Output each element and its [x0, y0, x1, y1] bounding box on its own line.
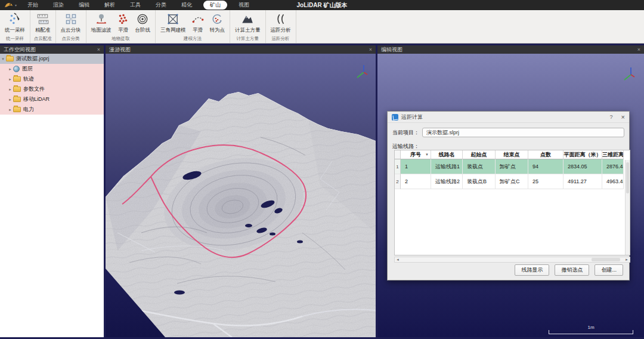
menu-item-analyze[interactable]: 解析 — [101, 1, 119, 10]
cell-end-point[interactable]: 卸矿点C — [496, 174, 528, 189]
ribbon-group-volume: 计算土方量 计算土方量 — [230, 10, 266, 43]
tree-item-label: 轨迹 — [23, 75, 34, 83]
menu-item-refine[interactable]: 精化 — [178, 1, 196, 10]
expander-icon[interactable]: ▸ — [7, 67, 13, 72]
dialog-route-icon — [392, 114, 398, 121]
earthwork-volume-icon — [240, 12, 255, 26]
cell-planar-distance[interactable]: 2834.05 — [564, 159, 602, 174]
menu-item-classify[interactable]: 分类 — [152, 1, 170, 10]
menu-bar: ▾ 开始 渲染 编辑 解析 工具 分类 精化 矿山 视图 JoLiDAR 矿山版… — [0, 0, 644, 10]
workspace-close-icon[interactable]: × — [97, 47, 100, 53]
terrain-render — [106, 54, 376, 337]
dialog-close-icon[interactable]: × — [621, 114, 625, 121]
tin-modeling-button[interactable]: 三角网建模 — [158, 11, 188, 35]
cell-index[interactable]: 2 — [401, 174, 431, 189]
haul-analysis-button[interactable]: 运距分析 — [268, 11, 293, 35]
ground-filter-label: 地面滤波 — [91, 27, 112, 34]
tree-item-trajectory[interactable]: ▸ 轨迹 — [0, 74, 104, 84]
cell-start-point[interactable]: 装载点B — [463, 174, 496, 189]
table-horizontal-scrollbar[interactable]: ◄ ► — [394, 257, 630, 263]
roam-close-icon[interactable]: × — [369, 47, 372, 53]
col-header-start-point[interactable]: 起始点 — [463, 150, 496, 159]
table-vertical-scrollbar[interactable] — [625, 160, 630, 255]
earthwork-volume-button[interactable]: 计算土方量 — [233, 11, 263, 35]
col-header-point-count[interactable]: 点数 — [528, 150, 564, 159]
cell-point-count[interactable]: 25 — [528, 174, 564, 189]
row-header-cell[interactable]: 1 — [395, 159, 401, 174]
table-row[interactable]: 2 2 运输线路2 装载点B 卸矿点C 25 4911.27 4963.48 — [395, 174, 630, 189]
logo-dropdown-caret[interactable]: ▾ — [15, 3, 17, 7]
expander-icon[interactable]: ▸ — [7, 77, 13, 82]
expander-icon[interactable]: ▸ — [7, 87, 13, 92]
tree-item-parameter-files[interactable]: ▸ 参数文件 — [0, 84, 104, 94]
to-points-button[interactable]: 转为点 — [208, 11, 228, 35]
ribbon-group-registration: 精配准 点云配准 — [30, 10, 56, 43]
row-header-cell[interactable]: 2 — [395, 174, 401, 189]
create-button[interactable]: 创建... — [595, 264, 623, 276]
cell-3d-distance[interactable]: 2876.44 — [602, 159, 624, 174]
scrollbar-thumb[interactable] — [626, 162, 629, 193]
menu-item-mine[interactable]: 矿山 — [203, 1, 227, 10]
ground-filter-button[interactable]: 地面滤波 — [89, 11, 114, 35]
cell-index[interactable]: 1 — [401, 159, 431, 174]
current-project-label: 当前项目： — [392, 129, 419, 137]
edit-panel-header: 编辑视图 × — [377, 45, 644, 54]
undo-selection-button[interactable]: 撤销选点 — [555, 264, 589, 276]
workspace-panel: 工作空间视图 × ▾ 测试数据.joprj ▸ 图层 ▸ 轨迹 ▸ 参数文件 ▸… — [0, 45, 104, 337]
col-header-3d-distance[interactable]: 三维距离（米） — [602, 150, 624, 159]
cell-route-name[interactable]: 运输线路1 — [431, 159, 463, 174]
tree-item-power[interactable]: ▸ 电力 — [0, 104, 104, 115]
ribbon-group-extraction: 地面滤波 平滑 台阶线 地物提取 — [86, 10, 156, 43]
edit-viewport[interactable]: 1m 运距计算 ? × 当前项目： 运输线路： 序号▼ 线路名 起 — [377, 54, 644, 337]
scroll-right-arrow-icon[interactable]: ► — [624, 257, 630, 262]
smooth-points-button[interactable]: 平滑 — [114, 11, 133, 35]
edit-panel: 编辑视图 × 1m 运距计算 ? × 当前项目： 运输线路： — [377, 45, 644, 337]
cloud-tiling-button[interactable]: 点云分块 — [58, 11, 83, 35]
scroll-left-arrow-icon[interactable]: ◄ — [395, 257, 401, 262]
routes-table: 序号▼ 线路名 起始点 结束点 点数 平面距离（米） 三维距离（米） 1 1 运… — [394, 150, 630, 255]
smooth-curve-icon — [191, 12, 205, 26]
roam-panel: 漫游视图 × — [106, 45, 376, 337]
bench-line-button[interactable]: 台阶线 — [133, 11, 153, 35]
col-header-index[interactable]: 序号▼ — [401, 150, 431, 159]
cell-route-name[interactable]: 运输线路2 — [431, 174, 463, 189]
ribbon-group-haul: 运距分析 运距分析 — [266, 10, 296, 43]
tree-item-mobile-lidar[interactable]: ▸ 移动LiDAR — [0, 94, 104, 104]
menu-item-start[interactable]: 开始 — [24, 1, 42, 10]
dialog-help-icon[interactable]: ? — [610, 114, 621, 120]
axis-gizmo-icon[interactable] — [623, 66, 639, 82]
expander-icon[interactable]: ▸ — [7, 97, 13, 102]
table-row[interactable]: 1 1 运输线路1 装载点 卸矿点 94 2834.05 2876.44 — [395, 159, 630, 174]
tree-item-project-root[interactable]: ▾ 测试数据.joprj — [0, 54, 104, 64]
current-project-input[interactable] — [422, 128, 624, 137]
dialog-titlebar[interactable]: 运距计算 ? × — [388, 112, 629, 123]
cell-planar-distance[interactable]: 4911.27 — [564, 174, 602, 189]
expander-icon[interactable]: ▾ — [0, 57, 6, 61]
haul-distance-dialog: 运距计算 ? × 当前项目： 运输线路： 序号▼ 线路名 起始点 结束点 点数 … — [387, 111, 630, 281]
cell-start-point[interactable]: 装载点 — [463, 159, 496, 174]
scrollbar-thumb[interactable] — [592, 258, 620, 261]
fine-registration-button[interactable]: 精配准 — [33, 11, 53, 35]
ribbon-toolbar: 统一采样 统一采样 精配准 点云配准 点云分块 点云分类 — [0, 10, 644, 44]
edit-close-icon[interactable]: × — [637, 47, 640, 53]
col-header-end-point[interactable]: 结束点 — [496, 150, 528, 159]
app-logo[interactable] — [4, 1, 14, 9]
smooth-curve-button[interactable]: 平滑 — [188, 11, 208, 35]
roam-viewport[interactable] — [106, 54, 376, 337]
tree-item-layers[interactable]: ▸ 图层 — [0, 64, 104, 74]
expander-icon[interactable]: ▸ — [7, 107, 13, 112]
tin-modeling-label: 三角网建模 — [160, 27, 186, 34]
route-display-button[interactable]: 线路显示 — [515, 264, 549, 276]
cell-end-point[interactable]: 卸矿点 — [496, 159, 528, 174]
cell-point-count[interactable]: 94 — [528, 159, 564, 174]
cell-3d-distance[interactable]: 4963.48 — [602, 174, 624, 189]
menu-item-tools[interactable]: 工具 — [126, 1, 144, 10]
col-header-route-name[interactable]: 线路名 — [431, 150, 463, 159]
menu-item-view[interactable]: 视图 — [235, 1, 253, 10]
menu-item-edit[interactable]: 编辑 — [75, 1, 93, 10]
axis-gizmo-icon[interactable] — [355, 63, 372, 80]
unified-sampling-button[interactable]: 统一采样 — [2, 11, 27, 35]
menu-item-render[interactable]: 渲染 — [49, 1, 67, 10]
corner-header-cell[interactable] — [395, 150, 401, 159]
col-header-planar-distance[interactable]: 平面距离（米） — [564, 150, 602, 159]
